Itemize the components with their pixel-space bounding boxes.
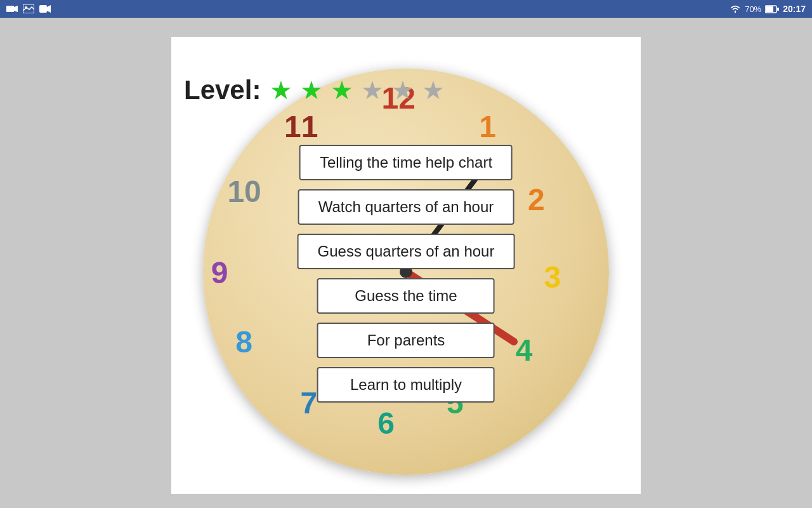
status-bar-right: 70% 20:17 — [730, 4, 806, 14]
video-icon — [39, 4, 51, 13]
menu-btn-for-parents[interactable]: For parents — [317, 323, 495, 358]
level-section: Level: ★★★★★★ — [184, 75, 447, 105]
level-label: Level: — [184, 75, 261, 105]
svg-marker-5 — [47, 5, 51, 13]
svg-rect-0 — [6, 6, 14, 12]
status-time: 20:17 — [783, 4, 806, 14]
menu-btn-watch-quarters[interactable]: Watch quarters of an hour — [298, 189, 514, 225]
menu-btn-guess-time[interactable]: Guess the time — [317, 278, 495, 314]
star-3: ★ — [328, 76, 356, 104]
image-icon — [23, 4, 34, 13]
star-4: ★ — [358, 76, 386, 104]
app-container: 121234567891011 Level: ★★★★★★ Telling th… — [171, 37, 641, 494]
main-content: 121234567891011 Level: ★★★★★★ Telling th… — [0, 18, 812, 508]
menu-btn-telling-time-chart[interactable]: Telling the time help chart — [299, 145, 513, 180]
star-2: ★ — [298, 76, 325, 104]
svg-marker-1 — [14, 6, 18, 12]
media-icon — [6, 4, 18, 13]
status-bar-left — [6, 4, 51, 13]
svg-rect-4 — [39, 5, 47, 13]
svg-rect-7 — [766, 6, 773, 12]
star-1: ★ — [267, 76, 295, 104]
battery-percent: 70% — [745, 4, 761, 14]
stars-container: ★★★★★★ — [267, 76, 447, 104]
menu-btn-guess-quarters[interactable]: Guess quarters of an hour — [298, 234, 515, 269]
star-5: ★ — [389, 76, 417, 104]
wifi-icon — [730, 4, 741, 13]
svg-rect-8 — [777, 8, 779, 11]
star-6: ★ — [419, 76, 447, 104]
menu-buttons: Telling the time help chartWatch quarter… — [298, 145, 515, 403]
status-bar: 70% 20:17 — [0, 0, 812, 18]
menu-btn-learn-multiply[interactable]: Learn to multiply — [317, 367, 495, 403]
battery-icon — [765, 5, 779, 13]
